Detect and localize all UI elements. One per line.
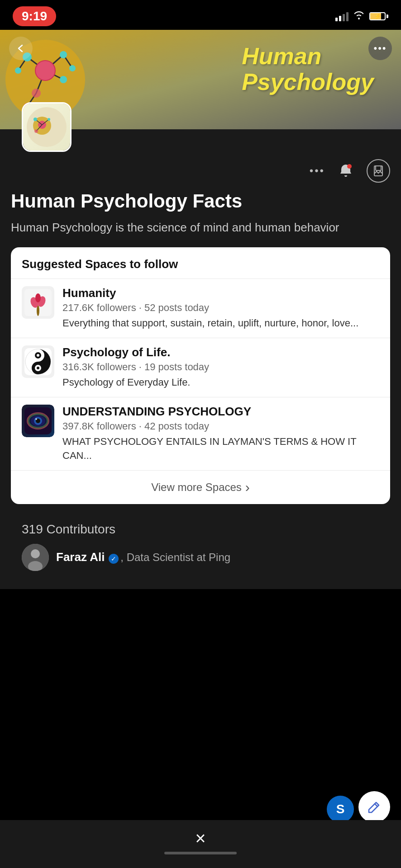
- edit-fab-button[interactable]: [358, 791, 390, 823]
- understanding-psychology-meta: 397.8K followers · 42 posts today: [62, 420, 379, 432]
- save-button[interactable]: [367, 159, 390, 183]
- back-button[interactable]: [9, 37, 33, 60]
- status-icons: ⚡: [335, 10, 388, 22]
- svg-point-36: [37, 354, 39, 357]
- humanity-avatar: [22, 286, 54, 319]
- home-indicator: [164, 852, 237, 854]
- s-avatar[interactable]: S: [327, 796, 354, 823]
- contributor-details: Faraz Ali ✓ , Data Scientist at Ping: [56, 550, 230, 564]
- bottom-bar: ×: [0, 820, 401, 868]
- understanding-psychology-avatar: [22, 405, 54, 437]
- space-item-humanity[interactable]: Humanity 217.6K followers · 52 posts tod…: [11, 278, 390, 338]
- battery-icon: ⚡: [369, 12, 388, 20]
- svg-point-23: [48, 118, 50, 121]
- profile-actions: •••: [11, 152, 390, 190]
- signal-icon: [335, 11, 348, 21]
- verified-icon: ✓: [109, 554, 119, 564]
- banner-title-area: Human Psychology: [242, 43, 374, 95]
- page-avatar: [22, 102, 72, 152]
- humanity-name: Humanity: [62, 286, 379, 300]
- contributors-title: 319 Contributors: [22, 522, 379, 537]
- page-description: Human Psychology is the science of mind …: [11, 219, 390, 236]
- svg-point-32: [35, 293, 41, 302]
- understanding-psychology-name: UNDERSTANDING PSYCHOLOGY: [62, 405, 379, 419]
- view-more-spaces-button[interactable]: View more Spaces ›: [11, 470, 390, 504]
- contributor-name: Faraz Ali ✓ , Data Scientist at Ping: [56, 550, 230, 564]
- svg-point-13: [15, 67, 21, 74]
- svg-point-43: [35, 418, 37, 420]
- svg-point-37: [37, 367, 39, 369]
- contributor-avatar: [22, 544, 49, 571]
- svg-point-12: [60, 76, 67, 83]
- suggested-spaces-card: Suggested Spaces to follow Humanity 217.…: [11, 247, 390, 504]
- psychology-life-meta: 316.3K followers · 19 posts today: [62, 361, 379, 373]
- more-options-button[interactable]: •••: [310, 165, 325, 177]
- svg-point-14: [69, 65, 76, 71]
- understanding-psychology-info: UNDERSTANDING PSYCHOLOGY 397.8K follower…: [62, 405, 379, 463]
- more-button-banner[interactable]: •••: [368, 37, 392, 60]
- contributors-section: 319 Contributors Faraz Ali ✓ , Data Scie…: [11, 513, 390, 580]
- svg-point-8: [35, 61, 55, 80]
- humanity-desc: Everything that support, sustain, retain…: [62, 316, 379, 330]
- view-more-chevron-icon: ›: [245, 480, 250, 495]
- space-item-understanding-psychology[interactable]: UNDERSTANDING PSYCHOLOGY 397.8K follower…: [11, 397, 390, 470]
- humanity-info: Humanity 217.6K followers · 52 posts tod…: [62, 286, 379, 330]
- profile-section: ••• Human Psychology Facts Human Psychol…: [0, 102, 401, 589]
- svg-point-10: [60, 51, 67, 58]
- status-time: 9:19: [13, 6, 56, 26]
- svg-point-11: [32, 89, 41, 98]
- psychology-life-desc: Psychology of Everyday Life.: [62, 376, 379, 390]
- humanity-meta: 217.6K followers · 52 posts today: [62, 302, 379, 314]
- contributor-item[interactable]: Faraz Ali ✓ , Data Scientist at Ping: [22, 544, 379, 571]
- banner-title-word1: Human: [242, 43, 374, 69]
- svg-point-22: [33, 118, 37, 121]
- space-item-psychology-life[interactable]: Psychology of Life. 316.3K followers · 1…: [11, 338, 390, 397]
- page-title: Human Psychology Facts: [11, 190, 390, 212]
- psychology-life-info: Psychology of Life. 316.3K followers · 1…: [62, 345, 379, 390]
- psychology-life-avatar: [22, 345, 54, 378]
- banner-title-word2: Psychology: [242, 69, 374, 95]
- close-button[interactable]: ×: [195, 829, 205, 847]
- wifi-icon: [353, 10, 365, 22]
- svg-point-24: [34, 129, 38, 133]
- svg-point-48: [31, 549, 40, 558]
- svg-point-25: [347, 164, 352, 169]
- suggested-spaces-title: Suggested Spaces to follow: [11, 247, 390, 278]
- status-bar: 9:19 ⚡: [0, 0, 401, 30]
- svg-rect-27: [376, 166, 381, 170]
- understanding-psychology-desc: WHAT PSYCHOLOGY ENTAILS IN LAYMAN'S TERM…: [62, 435, 379, 463]
- view-more-text: View more Spaces: [151, 481, 242, 494]
- psychology-life-name: Psychology of Life.: [62, 345, 379, 359]
- notifications-bell-button[interactable]: [336, 161, 356, 181]
